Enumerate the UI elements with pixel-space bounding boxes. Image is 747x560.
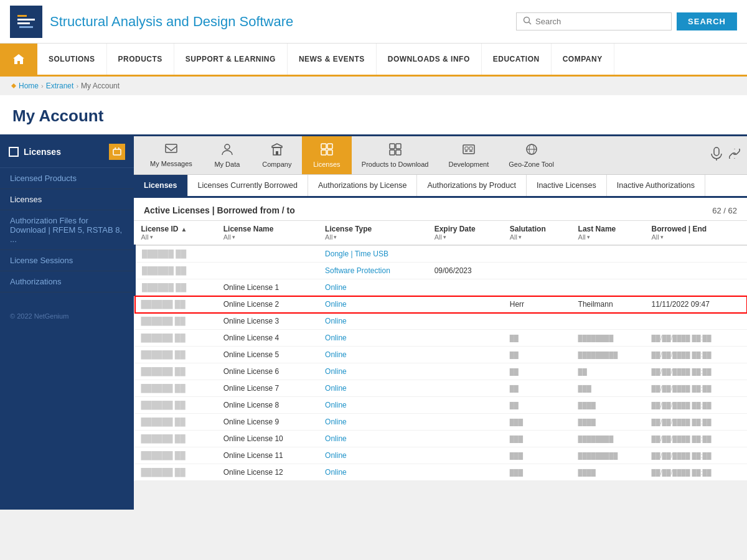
cell-salutation: ██ bbox=[504, 380, 572, 397]
svg-rect-18 bbox=[390, 150, 395, 155]
icon-tab-development-label: Development bbox=[448, 161, 489, 168]
table-row[interactable]: ██████ ██ Online License 12 Online ███ █… bbox=[135, 464, 748, 481]
search-button[interactable]: SEARCH bbox=[677, 12, 737, 30]
cell-borrowed: ██/██/████ ██:██ bbox=[645, 363, 747, 380]
cell-expiry bbox=[428, 447, 504, 464]
cell-type: Online bbox=[319, 313, 428, 330]
table-row[interactable]: ██████ ██ Online License 11 Online ███ █… bbox=[135, 447, 748, 464]
nav-company[interactable]: COMPANY bbox=[552, 44, 614, 75]
mic-icon[interactable] bbox=[711, 147, 722, 164]
tab-inactive-licenses[interactable]: Inactive Licenses bbox=[527, 175, 607, 196]
cell-type: Dongle | Time USB bbox=[319, 245, 428, 263]
cell-id: ██████ ██ bbox=[135, 330, 217, 347]
table-row[interactable]: ██████ ██ Online License 10 Online ███ █… bbox=[135, 431, 748, 447]
cell-salutation: ██ bbox=[504, 330, 572, 347]
cell-type: Online bbox=[319, 347, 428, 363]
logo[interactable]: Structural Analysis and Design Software bbox=[10, 6, 293, 38]
cell-borrowed: ██/██/████ ██:██ bbox=[645, 447, 747, 464]
table-row[interactable]: ██████ ██ Dongle | Time USB bbox=[135, 245, 748, 263]
cell-lastname: ██ bbox=[572, 363, 646, 380]
search-field-wrap[interactable] bbox=[516, 12, 672, 30]
sidebar: Licenses Licensed Products Licenses Auth… bbox=[0, 136, 134, 510]
cell-expiry: 09/06/2023 bbox=[428, 263, 504, 279]
content-area: My Messages My Data Company Licenses bbox=[134, 136, 747, 510]
table-row[interactable]: ██████ ██ Software Protection 09/06/2023 bbox=[135, 263, 748, 279]
tab-auth-by-product[interactable]: Authorizations by Product bbox=[417, 175, 526, 196]
cell-lastname bbox=[572, 245, 646, 263]
table-row[interactable]: ██████ ██ Online License 7 Online ██ ███… bbox=[135, 380, 748, 397]
nav-downloads[interactable]: DOWNLOADS & INFO bbox=[377, 44, 482, 75]
svg-rect-17 bbox=[396, 144, 401, 149]
logo-text: Structural Analysis and Design Software bbox=[50, 14, 293, 30]
table-row[interactable]: ██████ ██ Online License 1 Online bbox=[135, 279, 748, 296]
logo-icon bbox=[10, 6, 42, 38]
tab-auth-by-license[interactable]: Authorizations by License bbox=[308, 175, 417, 196]
svg-rect-3 bbox=[17, 15, 27, 17]
icon-tab-mydata[interactable]: My Data bbox=[202, 136, 252, 174]
cell-borrowed: ██/██/████ ██:██ bbox=[645, 397, 747, 414]
icon-tab-licenses[interactable]: Licenses bbox=[302, 136, 352, 174]
icon-tab-products-download[interactable]: Products to Download bbox=[352, 136, 439, 174]
table-row[interactable]: ██████ ██ Online License 9 Online ███ ██… bbox=[135, 414, 748, 431]
table-row[interactable]: ██████ ██ Online License 5 Online ██ ███… bbox=[135, 347, 748, 363]
svg-rect-22 bbox=[469, 147, 472, 150]
sidebar-link-licenses[interactable]: Licenses bbox=[0, 189, 134, 210]
breadcrumb-home[interactable]: Home bbox=[19, 82, 39, 90]
tab-licenses[interactable]: Licenses bbox=[134, 175, 188, 196]
filter-id-label[interactable]: All bbox=[141, 233, 149, 241]
cell-borrowed: ██/██/████ ██:██ bbox=[645, 414, 747, 431]
filter-salutation-chevron: ▾ bbox=[519, 234, 522, 240]
cell-id: ██████ ██ bbox=[135, 447, 217, 464]
nav-products[interactable]: PRODUCTS bbox=[107, 44, 174, 75]
icon-tab-geozone[interactable]: Geo-Zone Tool bbox=[499, 136, 564, 174]
cell-expiry bbox=[428, 313, 504, 330]
table-count: 62 / 62 bbox=[712, 206, 737, 215]
table-row[interactable]: ██████ ██ Online License 2 Online Herr T… bbox=[135, 296, 748, 313]
sidebar-link-sessions[interactable]: License Sessions bbox=[0, 250, 134, 271]
nav-support[interactable]: SUPPORT & LEARNING bbox=[174, 44, 288, 75]
breadcrumb-extranet[interactable]: Extranet bbox=[46, 82, 74, 90]
table-row[interactable]: ██████ ██ Online License 3 Online bbox=[135, 313, 748, 330]
sidebar-link-authorizations[interactable]: Authorizations bbox=[0, 271, 134, 292]
table-section: Active Licenses | Borrowed from / to 62 … bbox=[134, 198, 747, 481]
col-header-name[interactable]: License Name All ▾ bbox=[217, 221, 319, 245]
col-header-lastname[interactable]: Last Name All ▾ bbox=[572, 221, 646, 245]
table-row[interactable]: ██████ ██ Online License 4 Online ██ ███… bbox=[135, 330, 748, 347]
cell-salutation: ██ bbox=[504, 397, 572, 414]
cell-expiry bbox=[428, 245, 504, 263]
cell-salutation: ██ bbox=[504, 363, 572, 380]
col-header-expiry[interactable]: Expiry Date All ▾ bbox=[428, 221, 504, 245]
cell-id: ██████ ██ bbox=[135, 279, 217, 296]
col-header-salutation[interactable]: Salutation All ▾ bbox=[504, 221, 572, 245]
col-header-borrowed[interactable]: Borrowed | End All ▾ bbox=[645, 221, 747, 245]
home-nav-button[interactable] bbox=[0, 44, 37, 75]
svg-point-5 bbox=[524, 17, 530, 23]
col-header-type[interactable]: License Type All ▾ bbox=[319, 221, 428, 245]
cell-borrowed bbox=[645, 313, 747, 330]
cell-expiry bbox=[428, 296, 504, 313]
sidebar-link-auth-files[interactable]: Authorization Files for Download | RFEM … bbox=[0, 210, 134, 250]
icon-tab-company[interactable]: Company bbox=[252, 136, 302, 174]
cell-salutation bbox=[504, 245, 572, 263]
nav-education[interactable]: EDUCATION bbox=[482, 44, 552, 75]
sidebar-link-licensed-products[interactable]: Licensed Products bbox=[0, 168, 134, 189]
table-row[interactable]: ██████ ██ Online License 8 Online ██ ███… bbox=[135, 397, 748, 414]
col-header-id[interactable]: License ID ▲ All ▾ bbox=[135, 221, 217, 245]
icon-tab-development[interactable]: Development bbox=[438, 136, 499, 174]
nav-news[interactable]: NEWS & EVENTS bbox=[288, 44, 377, 75]
link-icon[interactable] bbox=[728, 149, 741, 162]
cell-id: ██████ ██ bbox=[135, 296, 217, 313]
tab-licenses-borrowed[interactable]: Licenses Currently Borrowed bbox=[188, 175, 309, 196]
icon-tab-licenses-label: Licenses bbox=[313, 161, 340, 168]
cell-lastname: ████████ bbox=[572, 431, 646, 447]
tab-inactive-auth[interactable]: Inactive Authorizations bbox=[607, 175, 705, 196]
search-input[interactable] bbox=[535, 17, 665, 26]
licenses-table: License ID ▲ All ▾ License Name bbox=[134, 221, 747, 481]
svg-rect-4 bbox=[19, 26, 33, 28]
nav-solutions[interactable]: SOLUTIONS bbox=[37, 44, 107, 75]
cell-lastname: ████ bbox=[572, 397, 646, 414]
icon-tab-messages[interactable]: My Messages bbox=[140, 136, 202, 174]
table-row[interactable]: ██████ ██ Online License 6 Online ██ ██ … bbox=[135, 363, 748, 380]
svg-rect-21 bbox=[465, 147, 468, 150]
table-scroll-area[interactable]: License ID ▲ All ▾ License Name bbox=[134, 221, 747, 481]
